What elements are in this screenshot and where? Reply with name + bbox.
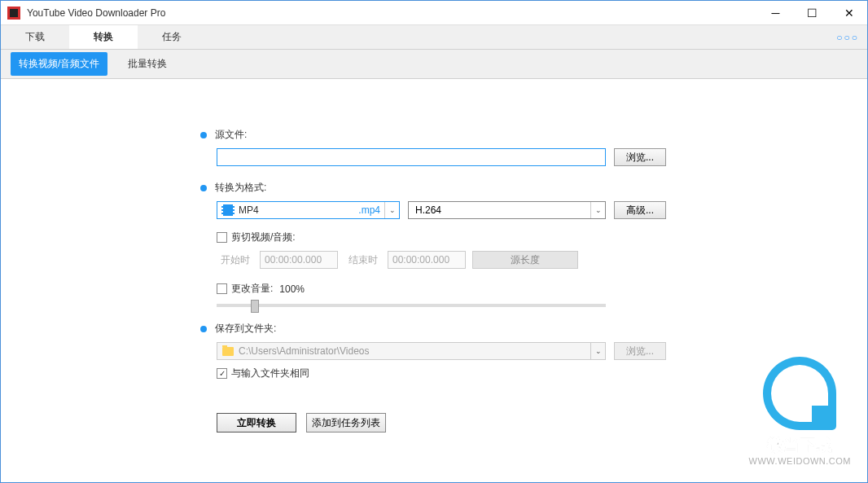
trim-row: 开始时 结束时 源长度	[217, 251, 867, 269]
codec-select[interactable]: H.264 ⌄	[408, 201, 606, 219]
same-folder-label: 与输入文件夹相同	[231, 367, 309, 380]
start-label: 开始时	[217, 253, 253, 267]
end-label: 结束时	[344, 253, 381, 267]
app-icon	[7, 7, 20, 20]
source-label: 源文件:	[215, 128, 247, 142]
bullet-icon	[200, 326, 207, 332]
volume-checkbox[interactable]	[217, 283, 227, 294]
save-label: 保存到文件夹:	[215, 322, 276, 336]
action-row: 立即转换 添加到任务列表	[217, 413, 867, 433]
codec-text: H.264	[415, 204, 590, 216]
source-length-button[interactable]: 源长度	[472, 251, 578, 269]
folder-icon	[222, 347, 234, 356]
format-ext: .mp4	[358, 204, 380, 216]
maximize-button[interactable]: ☐	[794, 1, 831, 25]
trim-checkbox[interactable]	[217, 232, 227, 243]
volume-thumb[interactable]	[251, 300, 259, 313]
same-folder-checkbox[interactable]	[217, 368, 227, 379]
bullet-icon	[200, 132, 207, 138]
volume-value: 100%	[279, 283, 305, 295]
start-time-input[interactable]	[260, 251, 338, 269]
chevron-down-icon: ⌄	[590, 343, 605, 359]
format-section: 转换为格式: MP4 .mp4 ⌄ H.264 ⌄ 高级... 剪切视频/音频:…	[200, 181, 867, 307]
film-icon	[221, 204, 235, 216]
watermark-text: 微当下载	[749, 434, 851, 456]
format-select[interactable]: MP4 .mp4 ⌄	[217, 201, 400, 219]
close-button[interactable]: ✕	[831, 1, 867, 25]
titlebar: YouTube Video Downloader Pro ─ ☐ ✕	[1, 1, 867, 25]
source-input[interactable]	[217, 148, 606, 166]
save-section: 保存到文件夹: C:\Users\Administrator\Videos ⌄ …	[200, 322, 867, 380]
volume-label: 更改音量:	[231, 282, 273, 296]
convert-now-button[interactable]: 立即转换	[217, 413, 296, 433]
watermark-url: WWW.WEIDOWN.COM	[749, 456, 851, 466]
browse-save-button: 浏览...	[614, 342, 666, 360]
chevron-down-icon: ⌄	[384, 202, 399, 218]
advanced-button[interactable]: 高级...	[614, 201, 666, 219]
subtab-convert-file[interactable]: 转换视频/音频文件	[11, 52, 107, 76]
add-to-tasks-button[interactable]: 添加到任务列表	[306, 413, 386, 433]
source-section: 源文件: 浏览...	[200, 128, 867, 166]
save-path-select[interactable]: C:\Users\Administrator\Videos ⌄	[217, 342, 606, 360]
window-controls: ─ ☐ ✕	[757, 1, 867, 25]
minimize-button[interactable]: ─	[757, 1, 794, 25]
window-title: YouTube Video Downloader Pro	[27, 7, 757, 19]
save-path-text: C:\Users\Administrator\Videos	[239, 345, 590, 357]
subtab-batch[interactable]: 批量转换	[120, 52, 175, 76]
main-tabs: 下载 转换 任务 ○○○	[1, 25, 867, 50]
volume-slider[interactable]	[217, 304, 606, 307]
tab-download[interactable]: 下载	[1, 25, 69, 49]
content-area: 源文件: 浏览... 转换为格式: MP4 .mp4 ⌄ H.264 ⌄ 高级.…	[1, 79, 867, 433]
trim-label: 剪切视频/音频:	[231, 231, 296, 244]
bullet-icon	[200, 185, 207, 191]
format-label: 转换为格式:	[215, 181, 266, 195]
end-time-input[interactable]	[388, 251, 466, 269]
tab-tasks[interactable]: 任务	[138, 25, 206, 49]
menu-icon[interactable]: ○○○	[836, 32, 859, 43]
browse-source-button[interactable]: 浏览...	[614, 148, 666, 166]
chevron-down-icon: ⌄	[590, 202, 605, 218]
format-name: MP4	[239, 204, 358, 216]
sub-tabs: 转换视频/音频文件 批量转换	[1, 50, 867, 79]
tab-convert[interactable]: 转换	[69, 25, 138, 49]
